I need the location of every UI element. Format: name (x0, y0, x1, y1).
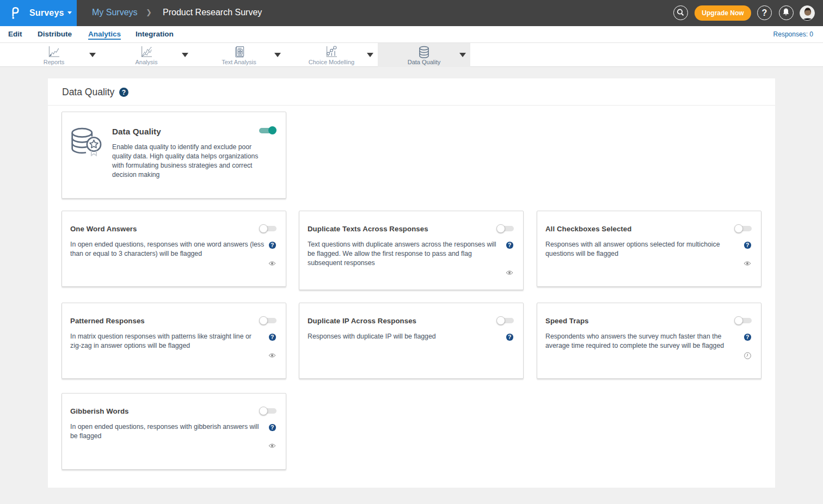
svg-text:?: ? (122, 89, 126, 96)
